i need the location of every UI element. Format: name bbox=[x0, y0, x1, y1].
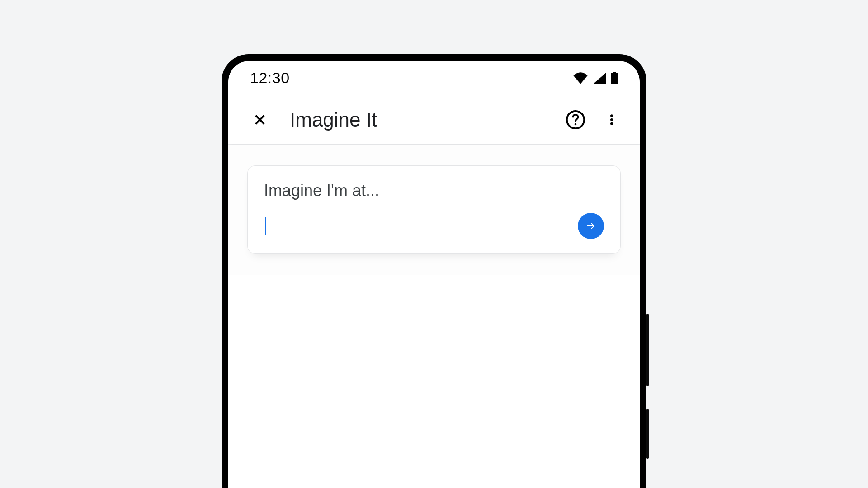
more-button[interactable] bbox=[597, 105, 626, 134]
close-button[interactable] bbox=[245, 105, 274, 134]
svg-point-1 bbox=[575, 123, 577, 125]
cellular-icon bbox=[593, 72, 606, 84]
phone-screen: 12:30 Imagine It bbox=[228, 61, 640, 488]
wifi-icon bbox=[573, 72, 588, 84]
submit-button[interactable] bbox=[578, 213, 604, 239]
prompt-label: Imagine I'm at... bbox=[264, 181, 604, 200]
app-title: Imagine It bbox=[290, 108, 561, 131]
battery-icon bbox=[611, 72, 618, 84]
svg-point-3 bbox=[610, 118, 613, 121]
help-icon bbox=[565, 109, 586, 130]
status-bar: 12:30 bbox=[228, 61, 640, 95]
svg-point-4 bbox=[610, 122, 613, 125]
phone-side-button bbox=[646, 314, 649, 386]
content-area: Imagine I'm at... bbox=[228, 145, 640, 275]
app-bar: Imagine It bbox=[228, 95, 640, 145]
prompt-input-row bbox=[264, 213, 604, 239]
status-icons bbox=[573, 72, 618, 84]
prompt-card: Imagine I'm at... bbox=[247, 165, 621, 254]
phone-frame: 12:30 Imagine It bbox=[222, 54, 646, 488]
svg-point-2 bbox=[610, 114, 613, 117]
status-time: 12:30 bbox=[250, 69, 290, 87]
prompt-input[interactable] bbox=[264, 217, 569, 235]
more-vert-icon bbox=[605, 111, 618, 129]
phone-mockup: 12:30 Imagine It bbox=[222, 54, 646, 488]
help-button[interactable] bbox=[561, 105, 590, 134]
phone-side-button bbox=[646, 409, 649, 459]
arrow-right-icon bbox=[585, 221, 596, 231]
close-icon bbox=[252, 112, 268, 127]
text-cursor bbox=[265, 217, 266, 235]
